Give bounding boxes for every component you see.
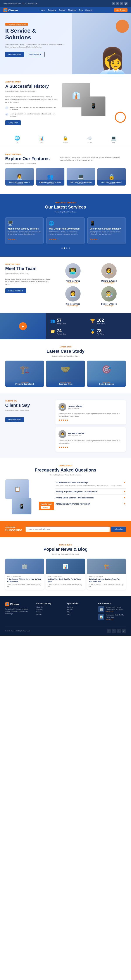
faq-question-1[interactable]: Do We Have And Meet Something? ▲ [55, 481, 126, 484]
footer-desc: Professional IT services company helping… [5, 608, 33, 615]
footer-link-services[interactable]: Services [67, 606, 95, 608]
footer-link-team[interactable]: Our Team [36, 609, 64, 610]
services-grid: 🖥️ High Server Security Systems Comprehe… [5, 217, 126, 244]
history-checklist: ✓ Against the law produces nothing but u… [5, 106, 57, 118]
clients-icon: 👥 [50, 318, 55, 323]
feature-sub-1: High Speed [6, 183, 33, 184]
nav-company[interactable]: Company [47, 9, 56, 11]
blog-meta-2: June 5, 2023 · Admin [48, 576, 83, 577]
logo-text: Cloven [8, 8, 18, 12]
stat-label-5: Web [112, 142, 115, 143]
stat-icon-1: 🌐 [15, 135, 20, 141]
faq-item-3: Pricing Costs Balance Physical success? … [55, 495, 126, 501]
case-title: Latest Case Study [5, 349, 126, 354]
twitter-icon[interactable]: t [116, 2, 119, 5]
stat-security: 🔒 Security [63, 135, 68, 143]
blog-excerpt-2: Lorem ipsum dolor sit amet consectetur a… [48, 584, 83, 588]
subscribe-button[interactable]: Subscribe [111, 527, 126, 532]
testimonial-stars-2: ★★★★★ [58, 446, 123, 449]
stat-icon-4: ☁️ [87, 135, 92, 141]
testimonials-sub: Something Knows About Client [5, 409, 52, 411]
see-all-members-button[interactable]: See All Members [5, 288, 26, 293]
footer-post-img-1: 🏢 [98, 606, 104, 612]
faq-badge-button[interactable]: Submit [41, 506, 50, 509]
testimonial-name-2: Melissa R. Hefner [68, 432, 85, 434]
facebook-icon[interactable]: f [112, 2, 115, 5]
service-link-1[interactable]: Read More → [8, 239, 17, 240]
service-link-3[interactable]: Read More → [90, 239, 99, 240]
blog-card-1[interactable]: 🏢 June 4, 2023 · Admin A Conference With… [5, 558, 44, 589]
faq-images: 📋 📱 Need it just! Submit [5, 479, 52, 514]
nav-service[interactable]: Service [59, 9, 65, 11]
footer-link-portfolio[interactable]: Portfolio [67, 609, 95, 610]
nav-blog[interactable]: Blog [79, 9, 82, 11]
blog-content-1: June 4, 2023 · Admin A Conference Withou… [5, 574, 44, 589]
faq-img-stack: 📋 📱 Need it just! Submit [5, 479, 52, 514]
apply-now-button[interactable]: Apply Now [5, 120, 21, 125]
blog-post-title-1: A Conference Without Video Has No Way To… [7, 578, 42, 583]
services-title: Our Latest Services [5, 205, 126, 210]
footer-link-career[interactable]: Career [36, 611, 64, 612]
case-label: LATEST CASE [5, 346, 126, 348]
dot-1[interactable] [62, 247, 63, 249]
faq-question-4[interactable]: Achieving New Advanced Focusing? ▼ [55, 503, 126, 505]
faq-question-2[interactable]: Working Together Categories & Conditions… [55, 490, 126, 493]
feature-overlay-3: High Power Security Systems High Speed [66, 180, 95, 186]
testimonials-title: Client's Say [5, 403, 52, 408]
history-sub: Something Knows About Our Company [5, 90, 57, 92]
feature-title-3: High Power Security Systems [68, 181, 94, 183]
case-card-2[interactable]: Consulting Agency Business Meet 🤝 [46, 361, 85, 387]
footer-link-blog[interactable]: Blog [67, 611, 95, 612]
faq-item-1: Do We Have And Meet Something? ▲ Lorem i… [55, 479, 126, 488]
awards-num: 102 [97, 318, 105, 323]
see-details-button[interactable]: See Details ▶ [26, 52, 44, 57]
dot-2[interactable] [64, 247, 65, 249]
footer-logo-icon: 🔷 [5, 602, 9, 606]
case-overlay-1: Design Guide Projects Completed [5, 379, 44, 387]
subscribe-email-input[interactable] [25, 527, 110, 532]
hero-person-img: 👩‍💼 [72, 13, 131, 75]
case-card-1[interactable]: Design Guide Projects Completed 🏗️ [5, 361, 44, 387]
footer-twitter-icon[interactable]: t [112, 629, 116, 633]
play-button[interactable]: ▶ [19, 322, 27, 330]
footer-google-icon[interactable]: g+ [122, 629, 126, 633]
service-desc-3: Strategic product design and user experi… [90, 231, 123, 235]
nav-elements[interactable]: Elements [68, 9, 76, 11]
footer-linkedin-icon[interactable]: in [117, 629, 121, 633]
counter-awards: 🏆 102 Awards Won [90, 318, 127, 325]
faq-question-3[interactable]: Pricing Costs Balance Physical success? … [55, 496, 126, 499]
feature-overlay-2: High Power Security Systems High Speed [36, 180, 65, 186]
footer-link-contact[interactable]: Contact [36, 614, 64, 615]
dot-3[interactable] [66, 247, 68, 249]
footer-link-faq[interactable]: FAQ [67, 614, 95, 615]
service-icon-2: 🌐 [49, 221, 82, 226]
testimonial-2: 👩‍💼 Melissa R. Hefner Marketing Director… [55, 427, 126, 452]
footer-facebook-icon[interactable]: f [107, 629, 111, 633]
dot-4[interactable] [69, 247, 70, 249]
history-section: ABOUT COMPANY A Successful History Somet… [0, 75, 131, 132]
testimonials-cta-button[interactable]: Discover More [5, 417, 24, 422]
blog-card-2[interactable]: 📊 June 5, 2023 · Admin Making User Study… [46, 558, 85, 589]
discover-more-button[interactable]: Discover More [5, 52, 24, 57]
feature-sub-4: High Speed [98, 183, 125, 184]
testimonial-info-1: Tony A. Ahmed CEO, Company [68, 405, 82, 409]
stat-icon-2: 📊 [39, 135, 44, 141]
linkedin-icon[interactable]: in [120, 2, 123, 5]
feature-card-2: 👥 High Power Security Systems High Speed [36, 168, 65, 187]
nav-home[interactable]: Home [40, 9, 45, 11]
nav-contact[interactable]: Contact [85, 9, 92, 11]
get-quote-button[interactable]: Get Quote [114, 8, 128, 12]
subscribe-title: Subscribe [5, 528, 22, 532]
testimonial-stars-1: ★★★★★ [58, 419, 123, 422]
service-link-2[interactable]: Read More → [49, 239, 58, 240]
blog-card-3[interactable]: 🏗️ June 6, 2023 · Admin Building Service… [87, 558, 126, 589]
case-card-3[interactable]: About System Goals Business 🎯 [87, 361, 126, 387]
google-icon[interactable]: g+ [125, 2, 128, 5]
team-role-marsha: UI/UX Designer [92, 282, 126, 283]
check-icon-1: ✓ [5, 107, 8, 110]
clients-num: 57 [57, 318, 66, 323]
footer-quicklinks-title: Quick Links [67, 602, 95, 605]
footer-link-about[interactable]: About Us [36, 606, 64, 608]
case-section: LATEST CASE Latest Case Study Something … [0, 339, 131, 393]
brand-logo: 🔷 Cloven [3, 8, 18, 12]
